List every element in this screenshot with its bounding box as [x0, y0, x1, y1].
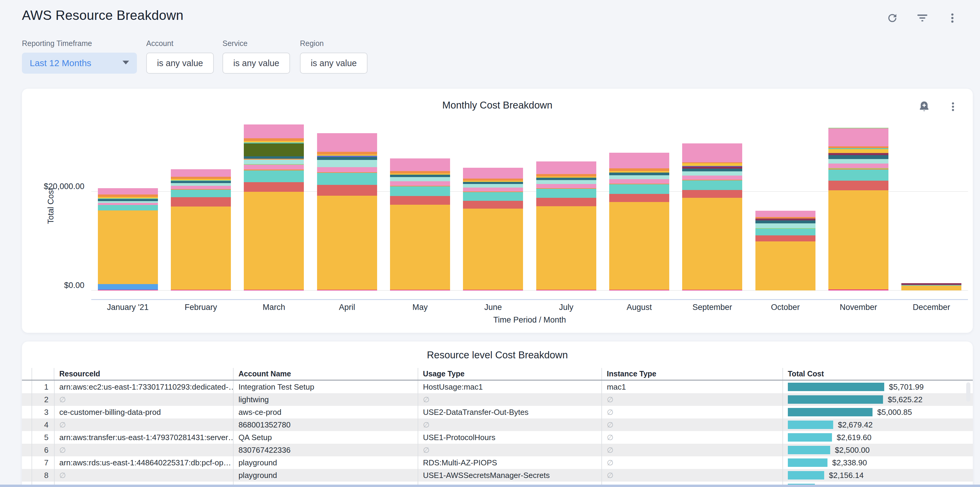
bar-segment-yellow[interactable]: [828, 149, 888, 153]
bar-segment-mint[interactable]: [536, 180, 596, 184]
stacked-bar-December[interactable]: [901, 283, 961, 291]
bar-segment-mint[interactable]: [317, 160, 377, 168]
bar-segment-red[interactable]: [171, 197, 231, 206]
table-row[interactable]: 8∅playgroundUSE1-AWSSecretsManager-Secre…: [22, 469, 973, 482]
column-header-resourceid[interactable]: ResourceId: [54, 368, 233, 380]
resource-id-cell[interactable]: ∅: [54, 418, 233, 431]
resource-id-cell[interactable]: ∅: [54, 444, 233, 456]
bar-segment-mint[interactable]: [828, 159, 888, 163]
stacked-bar-July[interactable]: [536, 161, 596, 291]
bar-segment-amber[interactable]: [317, 196, 377, 290]
bar-segment-pink[interactable]: [463, 168, 523, 179]
instance-type-cell[interactable]: ∅: [601, 418, 783, 431]
bar-segment-orange2[interactable]: [98, 195, 158, 197]
resource-id-cell[interactable]: arn:aws:ec2:us-east-1:733017110293:dedic…: [54, 381, 233, 393]
stacked-bar-November[interactable]: [828, 128, 888, 291]
bar-segment-magenta[interactable]: [244, 290, 304, 291]
row-number-cell[interactable]: 8: [32, 469, 54, 482]
stacked-bar-February[interactable]: [171, 169, 231, 291]
usage-type-cell[interactable]: ∅: [418, 418, 602, 431]
bar-segment-red[interactable]: [828, 180, 888, 190]
bar-segment-red[interactable]: [463, 201, 523, 209]
bar-segment-teal[interactable]: [317, 173, 377, 185]
resource-id-cell[interactable]: arn:aws:rds:us-east-1:448640225317:db:pc…: [54, 456, 233, 469]
column-header-total-cost[interactable]: Total Cost: [783, 368, 973, 380]
account-name-cell[interactable]: lightwing: [233, 393, 417, 406]
bar-segment-teal[interactable]: [828, 169, 888, 180]
bar-segment-teal[interactable]: [609, 184, 669, 194]
bar-segment-pink[interactable]: [244, 125, 304, 138]
bar-segment-red[interactable]: [244, 182, 304, 192]
table-vertical-scrollbar[interactable]: [966, 382, 970, 402]
account-name-cell[interactable]: 868001352780: [233, 418, 417, 431]
stacked-bar-October[interactable]: [756, 211, 816, 291]
bar-segment-mint[interactable]: [463, 184, 523, 188]
bar-segment-red[interactable]: [609, 194, 669, 202]
instance-type-cell[interactable]: ∅: [601, 431, 783, 444]
resource-id-cell[interactable]: arn:aws:transfer:us-east-1:479370281431:…: [54, 431, 233, 444]
usage-type-cell[interactable]: ∅: [418, 393, 602, 406]
row-number-cell[interactable]: 4: [32, 418, 54, 431]
bar-segment-darkteal[interactable]: [609, 172, 669, 175]
account-name-cell[interactable]: playground: [233, 469, 417, 482]
usage-type-cell[interactable]: HostUsage:mac1: [418, 381, 602, 393]
table-row[interactable]: 5arn:aws:transfer:us-east-1:479370281431…: [22, 431, 973, 444]
total-cost-cell[interactable]: $2,619.60: [783, 431, 973, 444]
column-header-usage-type[interactable]: Usage Type: [418, 368, 602, 380]
bar-segment-red[interactable]: [682, 190, 742, 198]
bar-segment-darkteal[interactable]: [317, 157, 377, 160]
refresh-icon[interactable]: [886, 11, 899, 25]
stacked-bar-September[interactable]: [682, 144, 742, 291]
account-filter-button[interactable]: is any value: [146, 53, 214, 73]
bar-segment-amber[interactable]: [682, 198, 742, 290]
resource-id-cell[interactable]: ∅: [54, 393, 233, 406]
bar-segment-red[interactable]: [756, 235, 816, 242]
bar-segment-mint[interactable]: [609, 175, 669, 179]
account-name-cell[interactable]: aws-ce-prod: [233, 406, 417, 418]
account-name-cell[interactable]: playground: [233, 456, 417, 469]
bar-segment-orange2[interactable]: [244, 138, 304, 141]
bar-segment-amber[interactable]: [901, 286, 961, 291]
bar-segment-orange2[interactable]: [171, 177, 231, 179]
bar-segment-blue[interactable]: [98, 284, 158, 290]
bar-segment-pink[interactable]: [463, 188, 523, 192]
stacked-bar-June[interactable]: [463, 168, 523, 291]
bar-segment-red[interactable]: [536, 198, 596, 206]
chart-kebab-menu-icon[interactable]: [947, 100, 959, 113]
bar-segment-mint[interactable]: [756, 224, 816, 228]
bar-segment-pink[interactable]: [828, 128, 888, 146]
column-header-account-name[interactable]: Account Name: [233, 368, 417, 380]
bar-segment-darkteal[interactable]: [98, 199, 158, 201]
bar-segment-pink[interactable]: [390, 158, 450, 171]
stacked-bar-May[interactable]: [390, 158, 450, 291]
account-name-cell[interactable]: 830767422336: [233, 444, 417, 456]
bar-segment-amber[interactable]: [828, 190, 888, 290]
bar-segment-amber[interactable]: [98, 211, 158, 284]
bar-segment-darkteal[interactable]: [536, 178, 596, 180]
bar-segment-orange2[interactable]: [609, 168, 669, 171]
bar-segment-maroon[interactable]: [828, 153, 888, 155]
total-cost-cell[interactable]: $2,338.90: [783, 456, 973, 469]
row-number-cell[interactable]: 3: [32, 406, 54, 418]
bar-segment-olive[interactable]: [244, 144, 304, 156]
bar-segment-orange2[interactable]: [317, 152, 377, 155]
bar-segment-pink[interactable]: [171, 169, 231, 177]
bar-segment-amber[interactable]: [463, 209, 523, 290]
region-filter-button[interactable]: is any value: [300, 53, 368, 73]
bar-segment-magenta[interactable]: [98, 290, 158, 291]
bar-segment-teal[interactable]: [244, 171, 304, 182]
bar-segment-pink[interactable]: [317, 167, 377, 172]
service-filter-button[interactable]: is any value: [223, 53, 290, 73]
bar-segment-teal[interactable]: [98, 205, 158, 210]
instance-type-cell[interactable]: ∅: [601, 456, 783, 469]
instance-type-cell[interactable]: ∅: [601, 393, 783, 406]
bar-segment-magenta[interactable]: [463, 290, 523, 291]
kebab-menu-icon[interactable]: [946, 11, 959, 25]
bar-segment-teal[interactable]: [682, 180, 742, 190]
filter-icon[interactable]: [916, 11, 929, 25]
table-row[interactable]: 3ce-customer-billing-data-prodaws-ce-pro…: [22, 406, 973, 418]
bar-segment-pink[interactable]: [98, 188, 158, 195]
stacked-bar-January '21[interactable]: [98, 188, 158, 291]
usage-type-cell[interactable]: ∅: [418, 444, 602, 456]
bar-segment-red[interactable]: [390, 196, 450, 205]
